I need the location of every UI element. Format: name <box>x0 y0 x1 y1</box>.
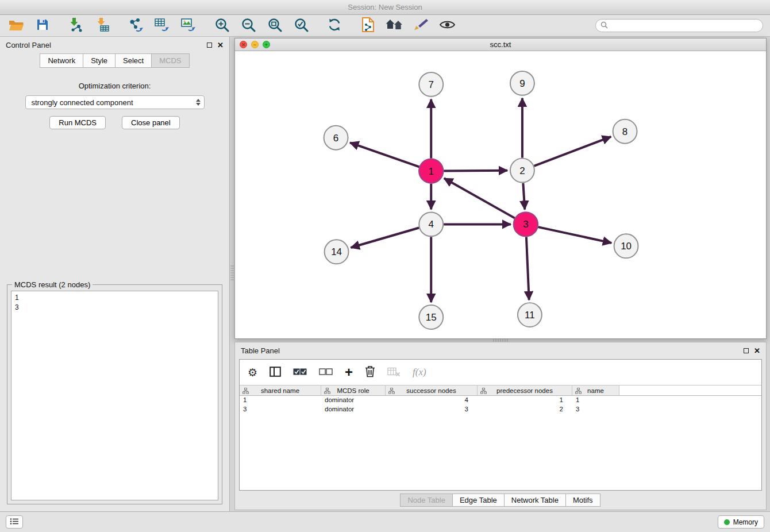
close-panel-button[interactable]: ✕ <box>217 41 224 49</box>
tab-network-table[interactable]: Network Table <box>504 494 566 507</box>
zoom-fit-button[interactable] <box>265 17 284 35</box>
tab-network[interactable]: Network <box>40 53 83 68</box>
window-close-icon[interactable]: ✕ <box>240 41 247 48</box>
apply-layout-button[interactable] <box>325 17 344 35</box>
gear-icon: ⚙ <box>248 367 257 378</box>
dropdown-stepper-icon <box>196 99 201 106</box>
list-icon <box>10 518 19 527</box>
show-graphics-details-button[interactable] <box>438 17 456 35</box>
criterion-dropdown[interactable]: strongly connected component <box>25 95 205 109</box>
zoom-selected-button[interactable] <box>292 17 310 35</box>
svg-text:10: 10 <box>621 241 632 252</box>
mcds-result-list[interactable]: 1 3 <box>11 291 218 500</box>
zoom-in-button[interactable] <box>213 17 231 35</box>
show-columns-button[interactable] <box>270 364 281 380</box>
float-panel-button[interactable] <box>207 43 212 48</box>
task-history-button[interactable] <box>6 515 23 529</box>
tab-node-table[interactable]: Node Table <box>400 494 453 507</box>
new-network-from-selection-button[interactable] <box>359 17 377 35</box>
select-all-columns-button[interactable] <box>293 364 307 380</box>
tab-mcds[interactable]: MCDS <box>151 53 189 68</box>
graph-edge-2-3[interactable] <box>523 183 525 210</box>
first-neighbors-button[interactable] <box>385 17 403 35</box>
cell-name: 3 <box>572 405 619 414</box>
column-tree-icon <box>388 388 395 395</box>
graph-edge-1-2[interactable] <box>444 171 507 171</box>
delete-column-button[interactable] <box>365 364 375 380</box>
control-panel-tabs: Network Style Select MCDS <box>0 53 229 68</box>
graph-edge-3-1[interactable] <box>444 178 515 218</box>
graph-node-2[interactable]: 2 <box>510 159 534 183</box>
vertical-splitter-handle[interactable] <box>230 265 234 280</box>
search-box[interactable] <box>595 19 763 32</box>
graph-edge-4-14[interactable] <box>351 228 419 248</box>
table-tab-bar: Node Table Edge Table Network Table Moti… <box>235 494 766 507</box>
graph-node-6[interactable]: 6 <box>324 126 348 150</box>
graph-node-11[interactable]: 11 <box>518 303 542 327</box>
control-panel-title: Control Panel <box>6 41 51 49</box>
apply-style-button[interactable] <box>411 17 430 35</box>
graph-node-3[interactable]: 3 <box>514 212 538 236</box>
graph-node-4[interactable]: 4 <box>419 212 443 236</box>
table-header-row: shared name MCDS role successor nodes pr… <box>240 385 761 396</box>
graph-node-15[interactable]: 15 <box>419 305 443 329</box>
tab-style[interactable]: Style <box>83 53 116 68</box>
tab-motifs[interactable]: Motifs <box>565 494 600 507</box>
zoom-out-icon <box>241 18 256 34</box>
graph-node-9[interactable]: 9 <box>510 71 534 95</box>
run-mcds-button[interactable]: Run MCDS <box>49 116 106 129</box>
save-session-button[interactable] <box>33 17 52 35</box>
graph-node-14[interactable]: 14 <box>325 240 349 264</box>
function-builder-button[interactable]: f(x) <box>413 364 426 380</box>
memory-status-button[interactable]: Memory <box>718 515 764 529</box>
import-group <box>67 17 111 35</box>
network-window-titlebar[interactable]: ✕ − + scc.txt <box>235 38 766 51</box>
svg-text:7: 7 <box>429 79 434 90</box>
window-maximize-icon[interactable]: + <box>263 41 270 48</box>
column-header-name[interactable]: name <box>572 385 619 395</box>
save-disk-icon <box>36 18 49 33</box>
search-input[interactable] <box>611 22 758 30</box>
import-table-button[interactable] <box>93 17 111 35</box>
column-header-shared-name[interactable]: shared name <box>240 385 321 395</box>
window-minimize-icon[interactable]: − <box>251 41 259 48</box>
table-row[interactable]: 3 dominator 3 2 3 <box>240 405 761 414</box>
graph-node-1[interactable]: 1 <box>419 159 443 183</box>
export-image-button[interactable] <box>179 17 198 35</box>
graph-edge-3-10[interactable] <box>538 227 611 243</box>
delete-table-button[interactable] <box>387 364 401 380</box>
graph-node-8[interactable]: 8 <box>613 119 637 144</box>
window-title: Session: New Session <box>348 3 422 11</box>
graph-edge-2-8[interactable] <box>534 137 611 166</box>
table-settings-button[interactable]: ⚙ <box>248 364 257 380</box>
network-canvas-area[interactable]: 7968124314101511 <box>235 51 766 338</box>
network-canvas: 7968124314101511 <box>235 51 766 338</box>
close-panel-action-button[interactable]: Close panel <box>122 116 180 129</box>
window-titlebar: Session: New Session <box>0 0 770 15</box>
main-toolbar <box>0 15 770 37</box>
graph-node-7[interactable]: 7 <box>419 72 443 97</box>
graph-edge-1-6[interactable] <box>350 142 419 167</box>
table-row[interactable]: 1 dominator 4 1 1 <box>240 396 761 405</box>
column-header-mcds-role[interactable]: MCDS role <box>321 385 386 395</box>
import-network-button[interactable] <box>67 17 85 35</box>
svg-text:4: 4 <box>429 219 434 230</box>
export-network-button[interactable] <box>126 17 145 35</box>
zoom-out-button[interactable] <box>239 17 257 35</box>
create-column-button[interactable]: + <box>345 364 353 380</box>
tab-select[interactable]: Select <box>115 53 152 68</box>
column-header-successor-nodes[interactable]: successor nodes <box>386 385 478 395</box>
zoom-selected-icon <box>294 18 309 34</box>
paintbrush-icon <box>413 18 429 33</box>
refresh-arrows-icon <box>327 17 342 34</box>
deselect-all-columns-button[interactable] <box>319 364 333 380</box>
open-session-button[interactable] <box>7 17 25 35</box>
column-header-predecessor-nodes[interactable]: predecessor nodes <box>478 385 572 395</box>
svg-text:2: 2 <box>519 165 525 176</box>
tab-edge-table[interactable]: Edge Table <box>452 494 505 507</box>
close-table-panel-button[interactable]: ✕ <box>754 347 760 354</box>
graph-node-10[interactable]: 10 <box>614 234 638 258</box>
export-table-button[interactable] <box>153 17 171 35</box>
graph-edge-3-11[interactable] <box>526 237 529 300</box>
float-table-panel-button[interactable] <box>744 348 749 353</box>
